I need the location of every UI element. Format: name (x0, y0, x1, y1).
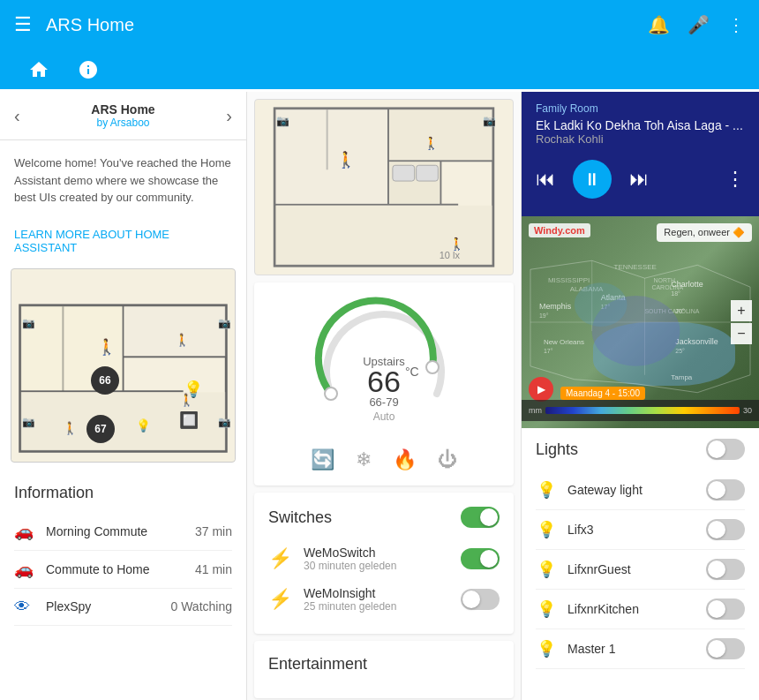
gateway-light-toggle[interactable] (706, 479, 745, 501)
map-scale-label-30: 30 (743, 406, 752, 415)
svg-text:Jacksonville: Jacksonville (675, 337, 718, 346)
switches-card: Switches ⚡ WeMoSwitch 30 minuten geleden… (254, 493, 514, 634)
map-time-badge: Maandag 4 - 15:00 (560, 387, 645, 400)
map-location: Regen, onweer 🔶 (657, 223, 752, 242)
entertainment-card: Entertainment (254, 641, 514, 698)
thermostat-card: Upstairs 66 °C 66-79 Auto 🔄 ❄ 🔥 ⏻ (254, 282, 514, 485)
floorplan-svg: 🚶 🚶 🚶 💡 📷 📷 📷 📷 🚶 (11, 269, 235, 462)
thermostat-badge-66[interactable]: 66 (91, 366, 119, 395)
thermo-snow-btn[interactable]: ❄ (356, 448, 372, 471)
svg-text:°C: °C (405, 365, 419, 379)
map-windy-badge: Windy.com (529, 223, 590, 237)
panel-nav-title: ARS Home (20, 102, 227, 117)
tabbar (0, 49, 759, 92)
wemo-switch-toggle[interactable] (461, 548, 500, 569)
info-item-morning: 🚗 Morning Commute 37 min (14, 513, 232, 551)
svg-point-37 (426, 361, 439, 373)
svg-rect-26 (389, 109, 492, 160)
thermo-refresh-btn[interactable]: 🔄 (311, 448, 334, 471)
panel-nav: ‹ ARS Home by Arsaboo › (0, 92, 246, 140)
nav-prev-arrow[interactable]: ‹ (14, 106, 20, 126)
nav-next-arrow[interactable]: › (226, 106, 232, 126)
svg-point-36 (325, 388, 337, 400)
music-next-btn[interactable]: ⏭ (629, 168, 649, 191)
lifx3-toggle[interactable] (706, 519, 745, 540)
wemo-insight-toggle[interactable] (461, 589, 500, 610)
plexspy-label: PlexSpy (46, 599, 160, 613)
main-content: ‹ ARS Home by Arsaboo › Welcome home! Yo… (0, 92, 759, 700)
svg-text:17°: 17° (544, 348, 553, 354)
music-prev-btn[interactable]: ⏮ (536, 168, 555, 191)
tab-home[interactable] (14, 49, 64, 91)
light-item-lifx3: 💡 Lifx3 (536, 510, 745, 550)
menu-icon[interactable]: ☰ (14, 13, 32, 36)
thermostat-badge-67[interactable]: 67 (86, 415, 115, 443)
svg-text:📷: 📷 (218, 416, 231, 428)
more-icon[interactable]: ⋮ (727, 14, 745, 35)
light-item-master1: 💡 Master 1 (536, 629, 745, 669)
mid-panel: 🚶 🚶 🚶 📷 📷 10 lx (247, 92, 521, 700)
learn-more-link[interactable]: LEARN MORE ABOUT HOME ASSISTANT (0, 221, 246, 261)
lux-badge: 10 lx (440, 250, 460, 260)
svg-text:🚶: 🚶 (63, 420, 78, 435)
music-title: Ek Ladki Ko Dekha Toh Aisa Laga - ... (536, 118, 745, 132)
light-item-lifxnrguest: 💡 LifxnrGuest (536, 550, 745, 590)
svg-text:25°: 25° (675, 348, 685, 354)
info-item-plex: 👁 PlexSpy 0 Watching (14, 589, 232, 626)
thermo-power-btn[interactable]: ⏻ (438, 448, 457, 471)
panel-nav-center: ARS Home by Arsaboo (20, 102, 227, 129)
svg-text:🚶: 🚶 (175, 332, 190, 347)
svg-point-65 (575, 282, 627, 327)
svg-text:NORTH: NORTH (653, 277, 675, 283)
svg-text:66-79: 66-79 (369, 395, 398, 409)
svg-text:📷: 📷 (22, 317, 35, 329)
map-play-btn[interactable]: ▶ (529, 377, 553, 402)
bulb-icon-lifxnrkitchen: 💡 (536, 599, 557, 619)
wemo-insight-info: WeMoInsight 25 minuten geleden (304, 586, 450, 613)
home-commute-label: Commute to Home (46, 562, 184, 576)
lights-section: Lights 💡 Gateway light 💡 Lifx3 (522, 428, 759, 680)
switches-master-toggle[interactable] (461, 507, 500, 528)
floorplan-large[interactable]: 🚶 🚶 🚶 📷 📷 10 lx (254, 99, 514, 275)
switches-title: Switches (268, 508, 461, 527)
lifxnrguest-toggle[interactable] (706, 559, 745, 580)
map-zoom-plus[interactable]: + (731, 300, 752, 321)
switches-header: Switches (268, 507, 500, 528)
map-card: Memphis 19° Atlanta 17° Charlotte 18° 20… (522, 216, 759, 428)
left-panel: ‹ ARS Home by Arsaboo › Welcome home! Yo… (0, 92, 247, 700)
svg-text:MISSISSIPPI: MISSISSIPPI (548, 276, 590, 284)
light-item-lifxnrkitchen: 💡 LifxnrKitchen (536, 590, 745, 629)
lights-title: Lights (536, 440, 706, 459)
car-icon-morning: 🚗 (14, 522, 35, 541)
map-zoom-minus[interactable]: − (731, 323, 752, 344)
svg-rect-25 (275, 109, 387, 204)
map-zoom-controls: + − (731, 300, 752, 344)
tab-info[interactable] (64, 49, 113, 91)
switch-item-wemo: ⚡ WeMoSwitch 30 minuten geleden (268, 538, 500, 579)
info-item-home: 🚗 Commute to Home 41 min (14, 551, 232, 589)
right-panel: Family Room Ek Ladki Ko Dekha Toh Aisa L… (521, 92, 759, 700)
morning-commute-label: Morning Commute (46, 524, 184, 538)
gateway-light-name: Gateway light (567, 483, 695, 497)
floorplan-mini: ⌂ ☀ 🔒 ⌂ 🚶 🚶 (11, 268, 236, 463)
svg-text:TENNESSEE: TENNESSEE (614, 263, 657, 271)
bell-icon[interactable]: 🔔 (648, 14, 670, 35)
map-scale: mm 30 (522, 400, 759, 421)
master1-toggle[interactable] (706, 638, 745, 659)
lights-master-toggle[interactable] (706, 439, 745, 460)
thermo-flame-btn[interactable]: 🔥 (393, 448, 417, 471)
panel-nav-sub: by Arsaboo (20, 117, 227, 129)
svg-text:18°: 18° (671, 290, 680, 297)
music-more-btn[interactable]: ⋮ (725, 168, 745, 191)
app-title: ARS Home (46, 15, 648, 35)
mic-icon[interactable]: 🎤 (688, 14, 710, 35)
svg-text:📷: 📷 (218, 317, 231, 329)
music-play-btn[interactable]: ⏸ (573, 160, 612, 199)
map-scale-label-mm: mm (529, 406, 542, 415)
entertainment-title: Entertainment (268, 655, 500, 674)
svg-text:🚶: 🚶 (424, 136, 440, 151)
eye-icon: 👁 (14, 598, 35, 616)
lifxnrkitchen-toggle[interactable] (706, 598, 745, 620)
light-item-gateway: 💡 Gateway light (536, 470, 745, 510)
master1-name: Master 1 (567, 642, 695, 656)
